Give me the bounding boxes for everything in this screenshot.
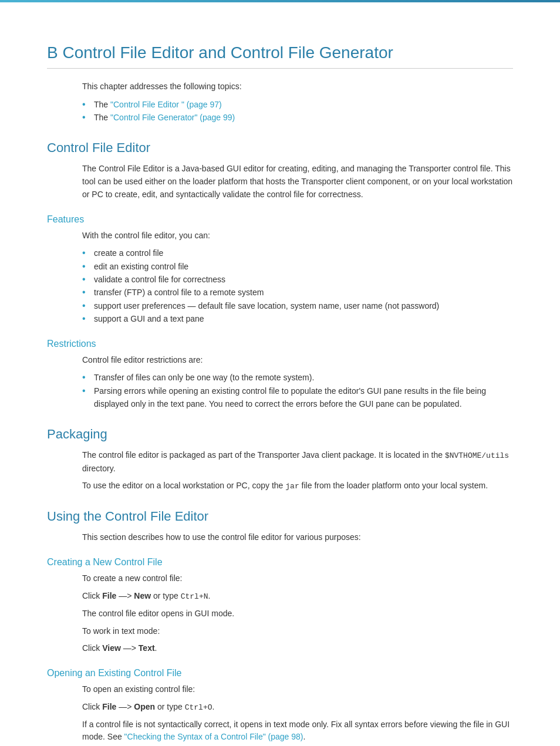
- restrictions-section: Control file editor restrictions are: Tr…: [47, 354, 513, 411]
- feature-item-4: transfer (FTP) a control file to a remot…: [82, 286, 513, 299]
- creating-line-2: Click File —> New or type Ctrl+N.: [82, 590, 513, 603]
- top-border: [0, 0, 560, 2]
- intro-section: This chapter addresses the following top…: [47, 80, 513, 124]
- control-file-editor-description: The Control File Editor is a Java-based …: [82, 163, 513, 201]
- creating-line-1: To create a new control file:: [82, 572, 513, 585]
- opening-title: Opening an Existing Control File: [47, 668, 513, 679]
- using-section: This section describes how to use the co…: [47, 531, 513, 544]
- feature-item-6: support a GUI and a text pane: [82, 312, 513, 325]
- packaging-mono-2: jar: [285, 482, 299, 491]
- intro-lead: This chapter addresses the following top…: [82, 80, 513, 93]
- control-file-editor-desc: The Control File Editor is a Java-based …: [47, 163, 513, 201]
- packaging-mono-1: $NVTHOME/utils: [445, 451, 509, 460]
- opening-line-3: If a control file is not syntactically c…: [82, 718, 513, 744]
- feature-item-1: create a control file: [82, 247, 513, 259]
- section-control-file-editor-title: Control File Editor: [47, 140, 513, 156]
- creating-section: To create a new control file: Click File…: [47, 572, 513, 655]
- page-content: B Control File Editor and Control File G…: [0, 20, 560, 746]
- feature-item-3: validate a control file for correctness: [82, 273, 513, 286]
- packaging-title: Packaging: [47, 427, 513, 442]
- intro-link-1: The "Control File Editor " (page 97): [82, 98, 513, 111]
- intro-link-2: The "Control File Generator" (page 99): [82, 111, 513, 124]
- opening-line-2: Click File —> Open or type Ctrl+O.: [82, 701, 513, 714]
- opening-line-1: To open an existing control file:: [82, 683, 513, 696]
- restrictions-list: Transfer of files can only be one way (t…: [82, 371, 513, 410]
- restrictions-title: Restrictions: [47, 339, 513, 349]
- using-title: Using the Control File Editor: [47, 509, 513, 524]
- feature-item-2: edit an existing control file: [82, 260, 513, 273]
- features-list: create a control file edit an existing c…: [82, 247, 513, 325]
- link-control-file-editor[interactable]: "Control File Editor " (page 97): [110, 100, 222, 109]
- creating-line-3: The control file editor opens in GUI mod…: [82, 607, 513, 620]
- features-lead: With the control file editor, you can:: [82, 229, 513, 242]
- link-checking-syntax[interactable]: "Checking the Syntax of a Control File" …: [124, 732, 303, 741]
- opening-section: To open an existing control file: Click …: [47, 683, 513, 744]
- using-lead: This section describes how to use the co…: [82, 531, 513, 544]
- creating-line-5: Click View —> Text.: [82, 642, 513, 655]
- packaging-section: The control file editor is packaged as p…: [47, 449, 513, 492]
- features-title: Features: [47, 214, 513, 225]
- feature-item-5: support user preferences — default file …: [82, 299, 513, 312]
- restrictions-lead: Control file editor restrictions are:: [82, 354, 513, 367]
- packaging-para2: To use the editor on a local workstation…: [82, 480, 513, 492]
- features-section: With the control file editor, you can: c…: [47, 229, 513, 326]
- page-title: B Control File Editor and Control File G…: [47, 43, 513, 69]
- restriction-item-1: Transfer of files can only be one way (t…: [82, 371, 513, 384]
- creating-title: Creating a New Control File: [47, 557, 513, 568]
- restriction-item-2: Parsing errors while opening an existing…: [82, 384, 513, 411]
- packaging-para1: The control file editor is packaged as p…: [82, 449, 513, 475]
- intro-links-list: The "Control File Editor " (page 97) The…: [82, 98, 513, 124]
- creating-line-4: To work in text mode:: [82, 625, 513, 638]
- link-control-file-generator[interactable]: "Control File Generator" (page 99): [110, 113, 235, 122]
